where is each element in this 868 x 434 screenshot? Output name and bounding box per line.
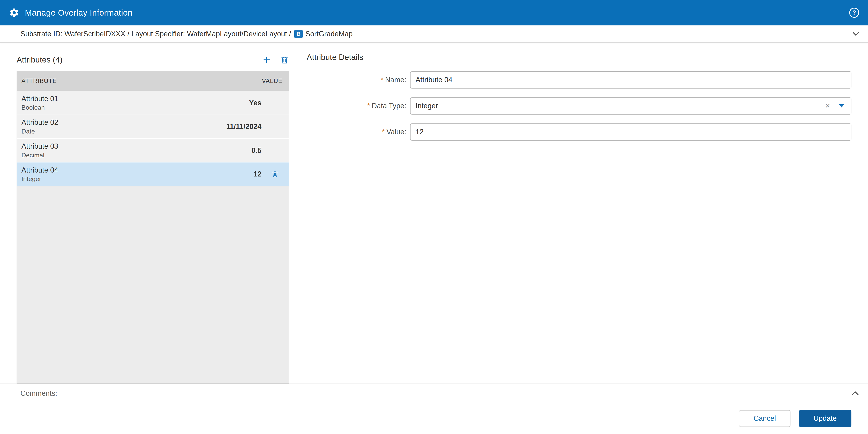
- field-row-data-type: *Data Type: Integer ×: [307, 97, 851, 114]
- breadcrumb-text: Substrate ID: WaferScribeIDXXX / Layout …: [21, 30, 291, 38]
- table-empty-area: [17, 186, 289, 383]
- data-type-label: *Data Type:: [307, 102, 410, 110]
- breadcrumb: Substrate ID: WaferScribeIDXXX / Layout …: [0, 26, 868, 42]
- main-content: Attributes (4) + ATTRIBUTE VALUE Attribu…: [0, 42, 868, 383]
- attribute-name: Attribute 02: [22, 118, 226, 127]
- attribute-value: 11/11/2024: [226, 123, 261, 131]
- details-title: Attribute Details: [307, 53, 851, 64]
- help-glyph: ?: [852, 9, 856, 16]
- cancel-button[interactable]: Cancel: [739, 410, 790, 427]
- titlebar: Manage Overlay Information ?: [0, 0, 868, 26]
- attributes-panel: Attributes (4) + ATTRIBUTE VALUE Attribu…: [17, 53, 289, 383]
- attributes-table: ATTRIBUTE VALUE Attribute 01 Boolean Yes…: [17, 71, 289, 383]
- attribute-name: Attribute 04: [22, 165, 253, 175]
- table-header: ATTRIBUTE VALUE: [17, 71, 289, 91]
- attribute-name: Attribute 03: [22, 141, 251, 151]
- collapse-chevron-down-icon[interactable]: [851, 29, 860, 38]
- required-marker: *: [381, 76, 383, 84]
- breadcrumb-map-name: SortGradeMap: [305, 30, 352, 38]
- window-title: Manage Overlay Information: [25, 8, 132, 18]
- attribute-value: Yes: [249, 99, 261, 107]
- attribute-value: 0.5: [251, 146, 261, 155]
- attribute-details-panel: Attribute Details *Name: *Data Type: Int…: [307, 53, 851, 383]
- data-type-select[interactable]: Integer ×: [410, 97, 851, 114]
- delete-attribute-button[interactable]: [280, 56, 289, 64]
- table-row-selected[interactable]: Attribute 04 Integer 12: [17, 163, 289, 186]
- map-badge-icon: B: [294, 30, 303, 38]
- gear-icon: [9, 7, 19, 18]
- manage-overlay-window: Manage Overlay Information ? Substrate I…: [0, 0, 868, 434]
- value-label: *Value:: [307, 128, 410, 136]
- attributes-title: Attributes (4): [17, 55, 63, 65]
- update-button[interactable]: Update: [799, 410, 851, 427]
- name-label: *Name:: [307, 76, 410, 84]
- attribute-type: Date: [22, 127, 226, 135]
- comments-section: Comments:: [0, 383, 868, 403]
- attribute-value: 12: [253, 170, 261, 178]
- add-attribute-button[interactable]: +: [263, 54, 271, 65]
- dropdown-arrow-icon[interactable]: [839, 104, 844, 107]
- field-row-name: *Name:: [307, 71, 851, 89]
- required-marker: *: [367, 102, 370, 110]
- table-row[interactable]: Attribute 03 Decimal 0.5: [17, 139, 289, 163]
- footer-bar: Cancel Update: [0, 403, 868, 434]
- help-icon[interactable]: ?: [849, 8, 859, 18]
- column-header-value: VALUE: [262, 77, 282, 85]
- row-trash-icon[interactable]: [271, 170, 279, 178]
- attribute-name: Attribute 01: [22, 94, 249, 103]
- data-type-selected-value: Integer: [416, 102, 825, 110]
- value-input[interactable]: [410, 124, 851, 141]
- attribute-type: Decimal: [22, 151, 251, 159]
- attribute-type: Boolean: [22, 103, 249, 111]
- comments-label: Comments:: [21, 389, 57, 398]
- attribute-type: Integer: [22, 175, 253, 183]
- field-row-value: *Value:: [307, 124, 851, 141]
- column-header-attribute: ATTRIBUTE: [22, 77, 57, 85]
- required-marker: *: [382, 128, 385, 136]
- table-row[interactable]: Attribute 01 Boolean Yes: [17, 91, 289, 115]
- table-row[interactable]: Attribute 02 Date 11/11/2024: [17, 115, 289, 139]
- comments-chevron-up-icon[interactable]: [851, 389, 860, 398]
- name-input[interactable]: [410, 71, 851, 89]
- clear-icon[interactable]: ×: [825, 102, 830, 110]
